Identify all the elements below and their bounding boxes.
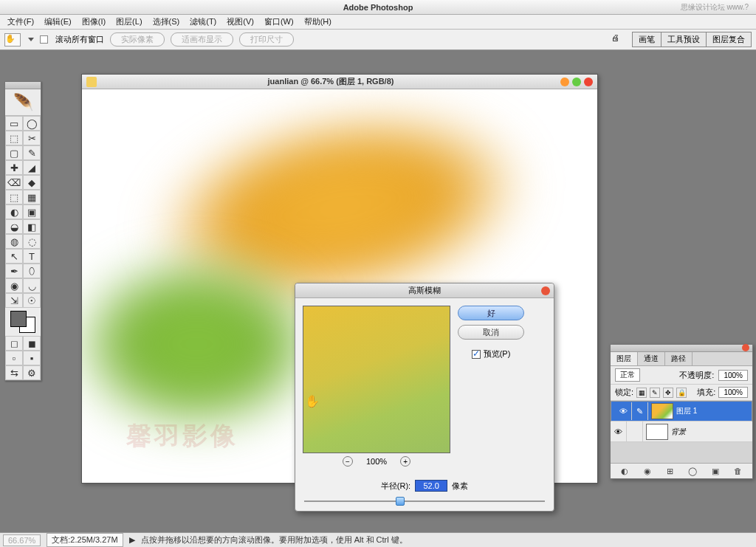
adjustment-icon[interactable]: ◯ bbox=[687, 466, 698, 476]
lock-all-icon[interactable]: 🔒 bbox=[676, 388, 687, 398]
tool-6[interactable]: ✚ bbox=[5, 160, 23, 175]
tool-17[interactable]: ◌ bbox=[23, 234, 41, 249]
tool-25[interactable]: ☉ bbox=[23, 293, 41, 308]
menu-filter[interactable]: 滤镜(T) bbox=[185, 15, 221, 29]
app-titlebar: Adobe Photoshop 思缘设计论坛 www.? bbox=[0, 0, 756, 15]
layers-close-icon[interactable] bbox=[742, 344, 749, 351]
fx-icon[interactable]: ◐ bbox=[619, 466, 630, 476]
screenmode-2[interactable]: ▪ bbox=[23, 351, 41, 365]
menu-select[interactable]: 选择(S) bbox=[148, 15, 185, 29]
radius-input[interactable] bbox=[415, 480, 447, 492]
close-icon[interactable] bbox=[584, 78, 593, 86]
cancel-button[interactable]: 取消 bbox=[458, 325, 524, 340]
tool-16[interactable]: ◍ bbox=[5, 234, 23, 249]
tool-19[interactable]: T bbox=[23, 249, 41, 264]
jump-to[interactable]: ⇆ bbox=[5, 365, 23, 380]
tool-15[interactable]: ◧ bbox=[23, 219, 41, 234]
print-size-button[interactable]: 打印尺寸 bbox=[239, 32, 294, 47]
fit-screen-button[interactable]: 适画布显示 bbox=[171, 32, 233, 47]
printer-icon[interactable]: 🖨 bbox=[611, 33, 626, 47]
menu-view[interactable]: 视图(V) bbox=[222, 15, 258, 29]
trash-icon[interactable]: 🗑 bbox=[732, 466, 744, 476]
minimize-icon[interactable] bbox=[560, 78, 569, 86]
tool-11[interactable]: ▦ bbox=[23, 190, 41, 204]
document-titlebar[interactable]: juanlian @ 66.7% (图层 1, RGB/8) bbox=[82, 75, 597, 89]
tool-22[interactable]: ◉ bbox=[5, 278, 23, 293]
menu-file[interactable]: 文件(F) bbox=[3, 15, 38, 29]
mask-icon[interactable]: ◉ bbox=[642, 466, 653, 476]
tool-10[interactable]: ⬚ bbox=[5, 190, 23, 204]
lock-transparency-icon[interactable]: ▦ bbox=[636, 388, 647, 398]
tab-channels[interactable]: 通道 bbox=[638, 352, 665, 365]
visibility-icon[interactable]: 👁 bbox=[611, 422, 627, 441]
layer-row-bg[interactable]: 👁 背景 bbox=[611, 422, 752, 442]
tool-20[interactable]: ✒ bbox=[5, 264, 23, 278]
opacity-input[interactable]: 100% bbox=[718, 370, 748, 381]
new-layer-icon[interactable]: ▣ bbox=[709, 466, 721, 476]
tool-21[interactable]: ⬯ bbox=[23, 264, 41, 278]
quickmask-off[interactable]: ◻ bbox=[5, 336, 23, 351]
actual-pixels-button[interactable]: 实际像素 bbox=[110, 32, 165, 47]
tool-18[interactable]: ↖ bbox=[5, 249, 23, 264]
lock-position-icon[interactable]: ✥ bbox=[663, 388, 673, 398]
tool-24[interactable]: ⇲ bbox=[5, 293, 23, 308]
layer-name-bg[interactable]: 背景 bbox=[671, 427, 686, 437]
layers-panel-header[interactable] bbox=[611, 345, 752, 352]
dialog-titlebar[interactable]: 高斯模糊 bbox=[295, 283, 554, 298]
maximize-icon[interactable] bbox=[572, 78, 581, 86]
screenmode-1[interactable]: ▫ bbox=[5, 351, 23, 365]
extra-tool[interactable]: ⚙ bbox=[23, 365, 41, 380]
preview-checkbox[interactable] bbox=[472, 350, 481, 359]
tab-tool-presets[interactable]: 工具预设 bbox=[662, 32, 707, 47]
fill-input[interactable]: 100% bbox=[718, 387, 748, 398]
menu-help[interactable]: 帮助(H) bbox=[300, 15, 336, 29]
tool-7[interactable]: ◢ bbox=[23, 160, 41, 175]
radius-slider[interactable] bbox=[304, 496, 545, 506]
tool-1[interactable]: ◯ bbox=[23, 116, 41, 131]
link-icon[interactable] bbox=[627, 422, 643, 441]
folder-icon[interactable]: ⊞ bbox=[664, 466, 676, 476]
status-doc-size[interactable]: 文档:2.25M/3.27M bbox=[47, 533, 123, 547]
layer-row-1[interactable]: 👁 ✎ 图层 1 bbox=[611, 401, 752, 422]
layer-name-1[interactable]: 图层 1 bbox=[676, 406, 697, 416]
current-tool-icon[interactable]: ✋ bbox=[4, 33, 21, 47]
tool-12[interactable]: ◐ bbox=[5, 204, 23, 219]
tool-8[interactable]: ⌫ bbox=[5, 175, 23, 190]
link-icon[interactable]: ✎ bbox=[632, 402, 648, 420]
tool-3[interactable]: ✂ bbox=[23, 131, 41, 145]
status-zoom[interactable]: 66.67% bbox=[3, 534, 41, 546]
tool-9[interactable]: ◆ bbox=[23, 175, 41, 190]
lock-pixels-icon[interactable]: ✎ bbox=[650, 388, 660, 398]
blend-mode-select[interactable]: 正常 bbox=[615, 368, 640, 382]
layer-thumb-bg[interactable] bbox=[646, 424, 668, 440]
menu-layer[interactable]: 图层(L) bbox=[111, 15, 146, 29]
layer-thumb-1[interactable] bbox=[651, 403, 673, 419]
tool-5[interactable]: ✎ bbox=[23, 145, 41, 160]
layers-footer: ◐ ◉ ⊞ ◯ ▣ 🗑 bbox=[611, 463, 752, 478]
tab-paths[interactable]: 路径 bbox=[665, 352, 693, 365]
menu-edit[interactable]: 编辑(E) bbox=[40, 15, 76, 29]
tool-4[interactable]: ▢ bbox=[5, 145, 23, 160]
tab-brushes[interactable]: 画笔 bbox=[633, 32, 662, 47]
tab-layer-comps[interactable]: 图层复合 bbox=[707, 32, 751, 47]
quickmask-on[interactable]: ◼ bbox=[23, 336, 41, 351]
tool-13[interactable]: ▣ bbox=[23, 204, 41, 219]
tool-2[interactable]: ⬚ bbox=[5, 131, 23, 145]
tool-14[interactable]: ◒ bbox=[5, 219, 23, 234]
tab-layers[interactable]: 图层 bbox=[611, 352, 638, 365]
tool-0[interactable]: ▭ bbox=[5, 116, 23, 131]
toolbox-header[interactable] bbox=[5, 82, 41, 89]
scroll-all-checkbox[interactable] bbox=[40, 35, 48, 44]
menu-window[interactable]: 窗口(W) bbox=[260, 15, 298, 29]
menu-image[interactable]: 图像(I) bbox=[78, 15, 110, 29]
tool-dropdown-icon[interactable] bbox=[28, 38, 34, 42]
slider-thumb[interactable] bbox=[396, 497, 405, 506]
ok-button[interactable]: 好 bbox=[458, 306, 524, 320]
tool-23[interactable]: ◡ bbox=[23, 278, 41, 293]
visibility-icon[interactable]: 👁 bbox=[616, 402, 632, 420]
foreground-color[interactable] bbox=[10, 311, 27, 327]
zoom-out-button[interactable]: − bbox=[343, 456, 353, 467]
zoom-in-button[interactable]: + bbox=[400, 456, 410, 467]
blur-preview[interactable] bbox=[303, 306, 450, 453]
dialog-close-icon[interactable] bbox=[541, 286, 550, 295]
